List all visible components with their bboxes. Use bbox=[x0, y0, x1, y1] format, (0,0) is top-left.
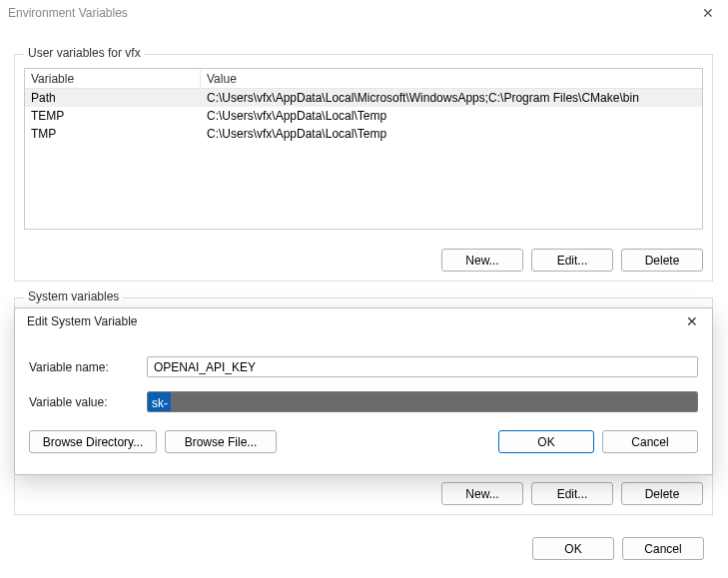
modal-buttons: Browse Directory... Browse File... OK Ca… bbox=[15, 416, 712, 453]
main-dialog-buttons: OK Cancel bbox=[532, 537, 704, 560]
system-variables-label: System variables bbox=[24, 289, 123, 303]
variable-value-label: Variable value: bbox=[29, 395, 147, 409]
window-close-icon[interactable]: ✕ bbox=[698, 6, 718, 20]
modal-cancel-button[interactable]: Cancel bbox=[602, 430, 698, 453]
edit-variable-dialog: Edit System Variable ✕ Variable name: Va… bbox=[14, 307, 713, 475]
table-row[interactable]: Path C:\Users\vfx\AppData\Local\Microsof… bbox=[25, 89, 702, 107]
header-value[interactable]: Value bbox=[201, 70, 702, 88]
variable-name-label: Variable name: bbox=[29, 360, 147, 374]
browse-file-button[interactable]: Browse File... bbox=[165, 430, 277, 453]
cell-variable: TMP bbox=[25, 125, 201, 143]
variable-name-input[interactable] bbox=[147, 356, 698, 377]
window-titlebar: Environment Variables ✕ bbox=[0, 0, 728, 24]
cell-variable: TEMP bbox=[25, 107, 201, 125]
value-redacted bbox=[171, 392, 697, 411]
browse-directory-button[interactable]: Browse Directory... bbox=[29, 430, 157, 453]
cell-value: C:\Users\vfx\AppData\Local\Microsoft\Win… bbox=[201, 89, 702, 107]
system-edit-button[interactable]: Edit... bbox=[531, 482, 613, 505]
modal-close-icon[interactable]: ✕ bbox=[682, 314, 702, 328]
system-buttons: New... Edit... Delete bbox=[441, 482, 703, 505]
main-ok-button[interactable]: OK bbox=[532, 537, 614, 560]
modal-ok-button[interactable]: OK bbox=[498, 430, 594, 453]
main-cancel-button[interactable]: Cancel bbox=[622, 537, 704, 560]
user-delete-button[interactable]: Delete bbox=[621, 249, 703, 272]
cell-variable: Path bbox=[25, 89, 201, 107]
table-row[interactable]: TMP C:\Users\vfx\AppData\Local\Temp bbox=[25, 125, 702, 143]
user-new-button[interactable]: New... bbox=[441, 249, 523, 272]
system-new-button[interactable]: New... bbox=[441, 482, 523, 505]
cell-value: C:\Users\vfx\AppData\Local\Temp bbox=[201, 107, 702, 125]
variable-name-row: Variable name: bbox=[15, 352, 712, 381]
system-delete-button[interactable]: Delete bbox=[621, 482, 703, 505]
table-header: Variable Value bbox=[25, 69, 702, 89]
header-variable[interactable]: Variable bbox=[25, 70, 201, 88]
variable-value-row: Variable value: sk- bbox=[15, 387, 712, 416]
modal-titlebar: Edit System Variable ✕ bbox=[15, 308, 712, 332]
user-buttons: New... Edit... Delete bbox=[441, 249, 703, 272]
user-edit-button[interactable]: Edit... bbox=[531, 249, 613, 272]
window-title: Environment Variables bbox=[8, 6, 128, 20]
value-prefix: sk- bbox=[148, 392, 171, 411]
table-row[interactable]: TEMP C:\Users\vfx\AppData\Local\Temp bbox=[25, 107, 702, 125]
cell-value: C:\Users\vfx\AppData\Local\Temp bbox=[201, 125, 702, 143]
user-variables-group: User variables for vfx Variable Value Pa… bbox=[14, 54, 713, 282]
user-variables-table[interactable]: Variable Value Path C:\Users\vfx\AppData… bbox=[24, 68, 703, 230]
modal-title: Edit System Variable bbox=[27, 314, 138, 328]
user-variables-label: User variables for vfx bbox=[24, 46, 145, 60]
variable-value-input[interactable]: sk- bbox=[147, 391, 698, 412]
